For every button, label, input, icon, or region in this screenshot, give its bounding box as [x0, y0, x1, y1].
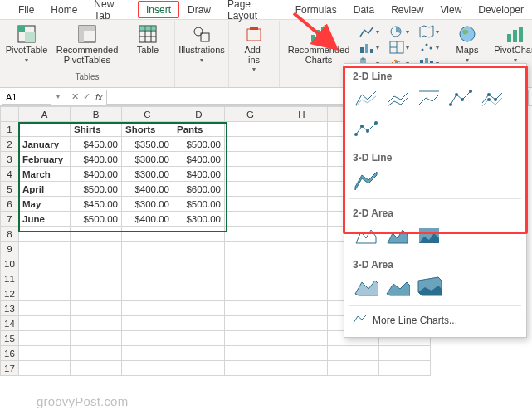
row-header[interactable]: 11: [1, 271, 19, 286]
fx-icon[interactable]: fx: [92, 92, 106, 102]
cell[interactable]: [276, 122, 328, 137]
cell[interactable]: [225, 316, 276, 331]
cell[interactable]: [122, 256, 173, 271]
cell[interactable]: $500.00: [173, 197, 225, 212]
col-header[interactable]: A: [19, 107, 71, 122]
cell[interactable]: [122, 331, 173, 346]
cell[interactable]: [225, 286, 276, 301]
row-header[interactable]: 12: [1, 286, 19, 301]
cell[interactable]: [276, 301, 328, 316]
3d-stacked-area-option[interactable]: [384, 274, 411, 299]
row-header[interactable]: 13: [1, 301, 19, 316]
cell[interactable]: [276, 152, 328, 167]
tab-insert[interactable]: Insert: [138, 1, 179, 18]
cell[interactable]: [19, 301, 71, 316]
tab-draw[interactable]: Draw: [179, 1, 219, 18]
area-chart-option[interactable]: [353, 222, 379, 247]
maps-button[interactable]: Maps ▾: [449, 24, 486, 64]
cell[interactable]: [276, 182, 328, 197]
cell[interactable]: [276, 137, 328, 152]
cell[interactable]: [379, 346, 431, 361]
cell[interactable]: $350.00: [122, 137, 173, 152]
cell[interactable]: [122, 301, 173, 316]
cell[interactable]: $300.00: [122, 152, 173, 167]
cell[interactable]: $400.00: [173, 167, 225, 182]
addins-button[interactable]: Add- ins ▾: [236, 24, 272, 73]
cell[interactable]: [225, 346, 276, 361]
cell[interactable]: [225, 331, 276, 346]
name-box[interactable]: [2, 90, 51, 105]
row-header[interactable]: 9: [1, 242, 19, 256]
row-header[interactable]: 7: [1, 212, 19, 227]
cell[interactable]: [19, 361, 71, 376]
row-header[interactable]: 1: [1, 122, 19, 137]
col-header[interactable]: B: [71, 107, 122, 122]
col-header[interactable]: C: [122, 107, 173, 122]
cell[interactable]: $400.00: [71, 152, 122, 167]
cell[interactable]: $300.00: [122, 197, 173, 212]
100pct-stacked-area-option[interactable]: [416, 222, 442, 247]
cell[interactable]: February: [19, 152, 71, 167]
cell[interactable]: [71, 331, 122, 346]
cell[interactable]: [276, 286, 328, 301]
tab-view[interactable]: View: [432, 1, 471, 18]
tab-home[interactable]: Home: [42, 1, 85, 18]
stacked-line-chart-option[interactable]: [384, 85, 411, 110]
row-header[interactable]: 10: [1, 256, 19, 271]
cell[interactable]: $600.00: [173, 182, 225, 197]
cell[interactable]: January: [19, 137, 71, 152]
insert-scatter-chart-button[interactable]: ▾: [419, 40, 441, 55]
cell[interactable]: [276, 227, 328, 242]
cell[interactable]: [19, 256, 71, 271]
col-header[interactable]: G: [225, 107, 276, 122]
cell[interactable]: $400.00: [71, 167, 122, 182]
row-header[interactable]: 3: [1, 152, 19, 167]
row-header[interactable]: 16: [1, 346, 19, 361]
cell[interactable]: [122, 286, 173, 301]
cell[interactable]: [19, 316, 71, 331]
cell[interactable]: [19, 331, 71, 346]
cell[interactable]: [19, 242, 71, 256]
cell[interactable]: $300.00: [122, 167, 173, 182]
cell[interactable]: [276, 212, 328, 227]
row-header[interactable]: 15: [1, 331, 19, 346]
cancel-formula-icon[interactable]: ✕: [69, 91, 81, 102]
cell[interactable]: May: [19, 197, 71, 212]
cell[interactable]: $500.00: [71, 212, 122, 227]
cell[interactable]: [173, 331, 225, 346]
illustrations-button[interactable]: Illustrations ▾: [182, 24, 222, 64]
tab-review[interactable]: Review: [383, 1, 432, 18]
cell[interactable]: $500.00: [173, 137, 225, 152]
cell[interactable]: [276, 167, 328, 182]
cell[interactable]: [225, 197, 276, 212]
cell[interactable]: [71, 256, 122, 271]
cell[interactable]: [122, 227, 173, 242]
row-header[interactable]: 14: [1, 316, 19, 331]
cell[interactable]: [122, 316, 173, 331]
cell[interactable]: [71, 346, 122, 361]
col-header[interactable]: H: [276, 107, 328, 122]
cell[interactable]: [276, 331, 328, 346]
3d-area-chart-option[interactable]: [353, 274, 379, 299]
cell[interactable]: [173, 346, 225, 361]
cell[interactable]: [173, 286, 225, 301]
cell[interactable]: [379, 361, 431, 376]
100pct-stacked-line-option[interactable]: [416, 85, 442, 110]
tab-formulas[interactable]: Formulas: [287, 1, 345, 18]
namebox-dropdown-icon[interactable]: ▾: [53, 93, 63, 100]
tab-file[interactable]: File: [10, 1, 42, 18]
cell[interactable]: [173, 271, 225, 286]
stacked-line-markers-option[interactable]: [479, 85, 505, 110]
cell[interactable]: [276, 197, 328, 212]
cell[interactable]: [225, 227, 276, 242]
cell[interactable]: [225, 301, 276, 316]
cell[interactable]: June: [19, 212, 71, 227]
row-header[interactable]: 2: [1, 137, 19, 152]
cell[interactable]: [225, 271, 276, 286]
cell[interactable]: Pants: [173, 122, 225, 137]
100pct-line-markers-option[interactable]: [353, 115, 379, 140]
more-line-charts-link[interactable]: More Line Charts...: [344, 308, 526, 332]
cell[interactable]: [225, 152, 276, 167]
cell[interactable]: Shorts: [122, 122, 173, 137]
tab-data[interactable]: Data: [345, 1, 383, 18]
